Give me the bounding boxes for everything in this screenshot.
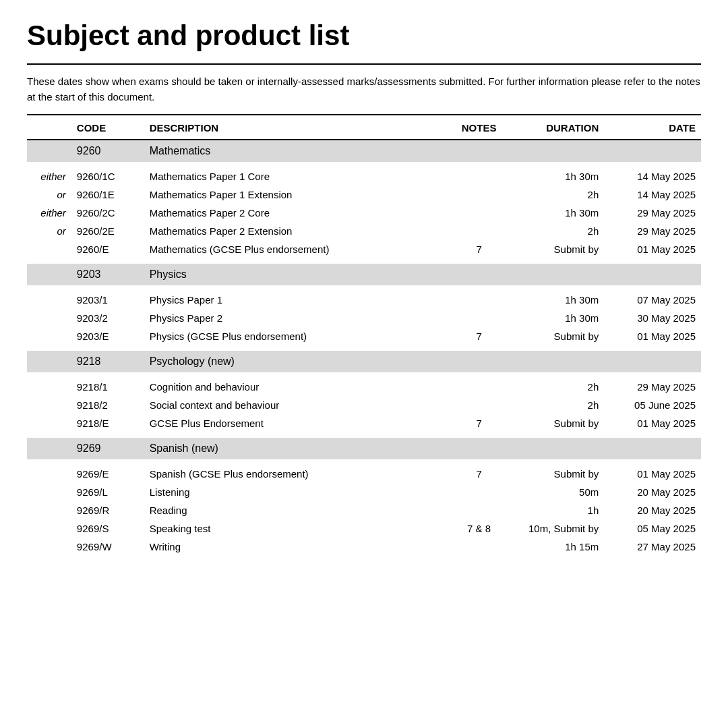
- section-name-cell: Mathematics: [144, 140, 701, 162]
- row-date: 27 May 2025: [604, 538, 701, 556]
- row-code: 9203/E: [71, 327, 144, 345]
- row-qualifier: [27, 483, 71, 501]
- spacer-row: [27, 459, 701, 465]
- section-qualifier-cell: [27, 140, 71, 162]
- row-code: 9269/L: [71, 483, 144, 501]
- row-qualifier: [27, 465, 71, 483]
- row-date: 01 May 2025: [604, 240, 701, 258]
- row-description: Reading: [144, 501, 451, 519]
- row-notes: [451, 185, 508, 204]
- section-row: 9203 Physics: [27, 264, 701, 285]
- row-code: 9260/E: [71, 240, 144, 258]
- row-duration: 1h 30m: [508, 204, 605, 222]
- row-duration: 1h 30m: [508, 167, 605, 185]
- row-notes: [451, 309, 508, 327]
- spacer-row: [27, 556, 701, 561]
- row-qualifier: [27, 309, 71, 327]
- row-duration: 2h: [508, 396, 605, 414]
- row-code: 9260/2E: [71, 222, 144, 240]
- row-code: 9269/R: [71, 501, 144, 519]
- row-code: 9218/1: [71, 378, 144, 396]
- row-code: 9260/1C: [71, 167, 144, 185]
- row-date: 05 June 2025: [604, 396, 701, 414]
- table-row: 9203/2 Physics Paper 2 1h 30m 30 May 202…: [27, 309, 701, 327]
- row-duration: Submit by: [508, 414, 605, 432]
- row-date: 20 May 2025: [604, 483, 701, 501]
- header-description: DESCRIPTION: [144, 115, 451, 140]
- row-date: 29 May 2025: [604, 222, 701, 240]
- table-row: 9269/L Listening 50m 20 May 2025: [27, 483, 701, 501]
- row-description: Spanish (GCSE Plus endorsement): [144, 465, 451, 483]
- row-date: 30 May 2025: [604, 309, 701, 327]
- row-description: Writing: [144, 538, 451, 556]
- row-description: Mathematics Paper 2 Extension: [144, 222, 451, 240]
- header-code: CODE: [71, 115, 144, 140]
- subject-product-table: CODE DESCRIPTION NOTES DURATION DATE 926…: [27, 115, 701, 561]
- row-code: 9203/2: [71, 309, 144, 327]
- row-qualifier: or: [27, 185, 71, 204]
- row-notes: 7: [451, 414, 508, 432]
- row-date: 01 May 2025: [604, 414, 701, 432]
- row-code: 9269/S: [71, 519, 144, 538]
- table-row: 9218/2 Social context and behaviour 2h 0…: [27, 396, 701, 414]
- section-row: 9260 Mathematics: [27, 140, 701, 162]
- row-description: Mathematics (GCSE Plus endorsement): [144, 240, 451, 258]
- section-code-cell: 9218: [71, 351, 144, 372]
- row-date: 01 May 2025: [604, 327, 701, 345]
- row-date: 07 May 2025: [604, 291, 701, 309]
- row-code: 9269/W: [71, 538, 144, 556]
- row-description: Speaking test: [144, 519, 451, 538]
- row-qualifier: either: [27, 204, 71, 222]
- row-date: 05 May 2025: [604, 519, 701, 538]
- row-qualifier: [27, 327, 71, 345]
- row-code: 9218/E: [71, 414, 144, 432]
- row-qualifier: [27, 378, 71, 396]
- row-description: Mathematics Paper 1 Extension: [144, 185, 451, 204]
- spacer-row: [27, 285, 701, 291]
- table-row: either 9260/2C Mathematics Paper 2 Core …: [27, 204, 701, 222]
- row-description: Listening: [144, 483, 451, 501]
- row-code: 9269/E: [71, 465, 144, 483]
- section-qualifier-cell: [27, 351, 71, 372]
- table-row: 9203/E Physics (GCSE Plus endorsement) 7…: [27, 327, 701, 345]
- row-code: 9260/2C: [71, 204, 144, 222]
- table-row: 9218/E GCSE Plus Endorsement 7 Submit by…: [27, 414, 701, 432]
- row-description: Physics Paper 2: [144, 309, 451, 327]
- top-divider: [27, 63, 701, 65]
- row-duration: 1h 30m: [508, 291, 605, 309]
- row-duration: 1h 30m: [508, 309, 605, 327]
- table-row: 9269/R Reading 1h 20 May 2025: [27, 501, 701, 519]
- row-duration: 1h: [508, 501, 605, 519]
- row-date: 14 May 2025: [604, 167, 701, 185]
- row-duration: 1h 15m: [508, 538, 605, 556]
- row-notes: 7: [451, 240, 508, 258]
- row-qualifier: [27, 519, 71, 538]
- row-notes: [451, 291, 508, 309]
- table-header-row: CODE DESCRIPTION NOTES DURATION DATE: [27, 115, 701, 140]
- row-duration: 2h: [508, 222, 605, 240]
- spacer-row: [27, 432, 701, 438]
- row-duration: Submit by: [508, 327, 605, 345]
- row-notes: [451, 222, 508, 240]
- header-date: DATE: [604, 115, 701, 140]
- header-notes: NOTES: [451, 115, 508, 140]
- row-qualifier: or: [27, 222, 71, 240]
- section-name-cell: Physics: [144, 264, 701, 285]
- header-qualifier: [27, 115, 71, 140]
- row-description: GCSE Plus Endorsement: [144, 414, 451, 432]
- row-duration: 2h: [508, 185, 605, 204]
- row-description: Cognition and behaviour: [144, 378, 451, 396]
- section-code-cell: 9203: [71, 264, 144, 285]
- spacer-row: [27, 372, 701, 378]
- row-description: Physics Paper 1: [144, 291, 451, 309]
- table-row: 9203/1 Physics Paper 1 1h 30m 07 May 202…: [27, 291, 701, 309]
- section-name-cell: Psychology (new): [144, 351, 701, 372]
- row-date: 29 May 2025: [604, 378, 701, 396]
- row-qualifier: [27, 291, 71, 309]
- row-qualifier: [27, 396, 71, 414]
- table-row: or 9260/2E Mathematics Paper 2 Extension…: [27, 222, 701, 240]
- spacer-row: [27, 162, 701, 167]
- table-row: either 9260/1C Mathematics Paper 1 Core …: [27, 167, 701, 185]
- section-qualifier-cell: [27, 438, 71, 459]
- row-date: 14 May 2025: [604, 185, 701, 204]
